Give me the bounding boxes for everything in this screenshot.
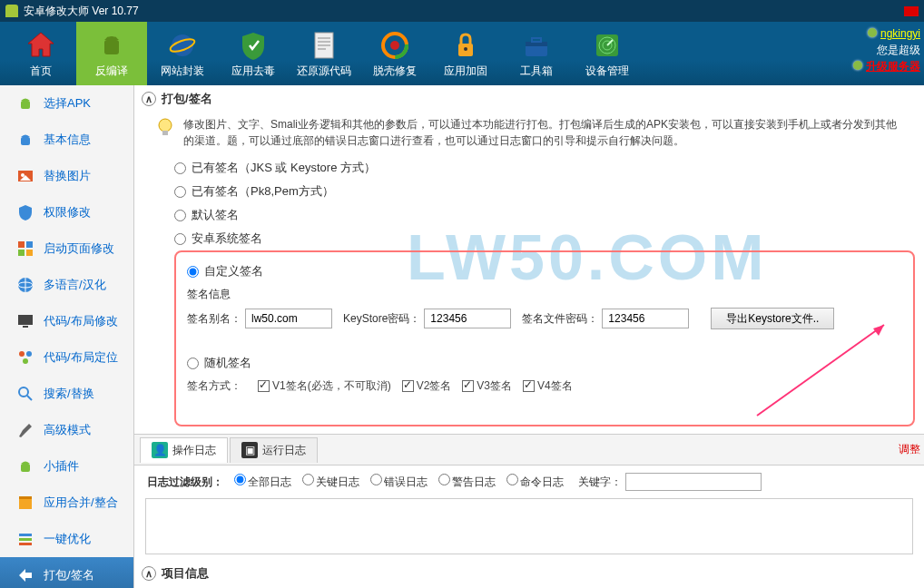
- home-icon: [25, 29, 57, 62]
- toolbar-label: 应用加固: [444, 64, 487, 79]
- svg-rect-45: [19, 534, 32, 536]
- sidebar-item-6[interactable]: 代码/布局修改: [0, 303, 133, 339]
- sidebar-item-4[interactable]: 启动页面修改: [0, 230, 133, 267]
- tab-run-log[interactable]: ▣运行日志: [230, 437, 318, 463]
- toolbar-toolbox[interactable]: 工具箱: [501, 22, 572, 85]
- bars-icon: [16, 530, 34, 548]
- grid-icon: [16, 240, 34, 258]
- radio-default[interactable]: 默认签名: [174, 203, 924, 227]
- svg-point-4: [172, 34, 193, 56]
- toolbar-label: 还原源代码: [297, 64, 351, 79]
- alias-label: 签名别名：: [187, 311, 241, 327]
- toolbar-harden[interactable]: 应用加固: [430, 22, 501, 85]
- svg-rect-42: [21, 464, 30, 472]
- svg-rect-46: [19, 538, 32, 541]
- doc-icon: [308, 29, 340, 62]
- svg-point-48: [159, 119, 172, 132]
- ie-icon: [166, 29, 199, 62]
- toolbar-label: 工具箱: [520, 64, 553, 79]
- check-v3[interactable]: V3签名: [462, 378, 512, 394]
- svg-rect-24: [21, 137, 30, 145]
- svg-rect-18: [532, 38, 541, 42]
- sidebar-item-9[interactable]: 高级模式: [0, 412, 133, 448]
- sidebar-item-13[interactable]: 打包/签名: [0, 557, 133, 588]
- svg-rect-31: [26, 250, 33, 256]
- proj-title: 项目信息: [162, 565, 209, 582]
- sidebar: 选择APK基本信息替换图片权限修改启动页面修改多语言/汉化代码/布局修改代码/布…: [0, 85, 134, 588]
- pic-icon: [16, 167, 34, 185]
- svg-point-38: [26, 351, 32, 357]
- toolbar-decompile[interactable]: 反编译: [76, 22, 147, 85]
- alias-input[interactable]: [245, 309, 332, 328]
- keyword-input[interactable]: [625, 473, 762, 491]
- filter-key[interactable]: 关键日志: [295, 474, 359, 490]
- status-dot-icon: [868, 28, 877, 37]
- refresh-icon: [378, 29, 411, 62]
- filter-warn[interactable]: 警告日志: [431, 474, 496, 490]
- toolbar-webpack[interactable]: 网站封装: [147, 22, 218, 85]
- kspw-input[interactable]: [424, 309, 511, 328]
- toolbar-label: 设备管理: [585, 64, 629, 79]
- toolbar-label: 脱壳修复: [373, 64, 417, 79]
- svg-rect-29: [26, 241, 33, 248]
- sidebar-item-11[interactable]: 应用合并/整合: [0, 485, 133, 521]
- sidebar-item-10[interactable]: 小插件: [0, 448, 133, 485]
- radio-random[interactable]: 随机签名: [176, 351, 913, 375]
- toolbox-icon: [520, 29, 553, 62]
- sidebar-item-3[interactable]: 权限修改: [0, 194, 133, 230]
- bulb-icon: [154, 116, 176, 138]
- toolbar-devices[interactable]: 设备管理: [572, 22, 643, 85]
- collapse-icon[interactable]: ∧: [142, 566, 156, 581]
- app-icon: [5, 5, 18, 17]
- app-title: 安卓修改大师 Ver 10.77: [24, 4, 139, 19]
- svg-rect-23: [21, 101, 30, 109]
- user-panel: ngkingyi 您是超级 升级服务器: [853, 25, 920, 74]
- sidebar-item-2[interactable]: 替换图片: [0, 158, 133, 194]
- toolbar-unshell[interactable]: 脱壳修复: [359, 22, 430, 85]
- wrench-icon: [16, 421, 34, 439]
- username-link[interactable]: ngkingyi: [880, 27, 920, 40]
- filepw-input[interactable]: [602, 309, 689, 328]
- project-info-section: ∧ 项目信息 项目名称： 包名： 签名信息： 打包后点击这里获取..: [134, 560, 924, 588]
- toolbar-label: 反编译: [95, 64, 128, 79]
- collapse-icon[interactable]: ∧: [142, 92, 156, 106]
- filter-all[interactable]: 全部日志: [227, 474, 291, 490]
- log-textarea[interactable]: [145, 498, 913, 554]
- sidebar-item-7[interactable]: 代码/布局定位: [0, 339, 133, 376]
- sidebar-item-8[interactable]: 搜索/替换: [0, 376, 133, 412]
- sidebar-item-0[interactable]: 选择APK: [0, 85, 133, 122]
- svg-point-37: [19, 351, 25, 357]
- log-adjust[interactable]: 调整: [899, 442, 920, 457]
- check-v1[interactable]: V1签名(必选，不可取消): [258, 378, 391, 394]
- filter-error[interactable]: 错误日志: [363, 474, 428, 490]
- check-v4[interactable]: V4签名: [523, 378, 573, 394]
- toolbar-label: 网站封装: [161, 64, 204, 79]
- sidebar-item-5[interactable]: 多语言/汉化: [0, 267, 133, 303]
- radio-system[interactable]: 安卓系统签名: [174, 227, 924, 250]
- toolbar-home[interactable]: 首页: [5, 22, 76, 85]
- svg-line-41: [27, 396, 32, 400]
- hint-text: 修改图片、文字、Smali业务逻辑和其他的参数后，可以通过本功能进行打包。打包编…: [176, 116, 908, 149]
- lock-icon: [449, 29, 482, 62]
- radio-jks[interactable]: 已有签名（JKS 或 Keystore 方式）: [174, 156, 924, 180]
- log-filter: 日志过滤级别： 全部日志 关键日志 错误日志 警告日志 命令日志 关键字：: [134, 466, 924, 498]
- tab-op-log[interactable]: 👤操作日志: [140, 437, 228, 463]
- upgrade-link[interactable]: 升级服务器: [866, 60, 920, 73]
- radar-icon: [591, 29, 624, 62]
- toolbar-antivirus[interactable]: 应用去毒: [218, 22, 289, 85]
- svg-rect-1: [104, 40, 119, 54]
- check-v2[interactable]: V2签名: [402, 378, 452, 394]
- svg-rect-47: [19, 543, 32, 545]
- svg-rect-28: [18, 241, 25, 248]
- box-icon: [16, 494, 34, 512]
- sig-method-row: 签名方式： V1签名(必选，不可取消) V2签名 V3签名 V4签名: [176, 375, 913, 397]
- sidebar-item-12[interactable]: 一键优化: [0, 521, 133, 557]
- android-icon: [16, 94, 34, 113]
- export-keystore-button[interactable]: 导出Keystore文件..: [711, 308, 834, 329]
- radio-pk8[interactable]: 已有签名（Pk8,Pem方式）: [174, 180, 924, 203]
- radio-custom[interactable]: 自定义签名: [176, 260, 913, 283]
- toolbar-restore[interactable]: 还原源代码: [289, 22, 359, 85]
- svg-point-39: [23, 358, 28, 364]
- sidebar-item-1[interactable]: 基本信息: [0, 122, 133, 158]
- filter-cmd[interactable]: 命令日志: [499, 474, 564, 490]
